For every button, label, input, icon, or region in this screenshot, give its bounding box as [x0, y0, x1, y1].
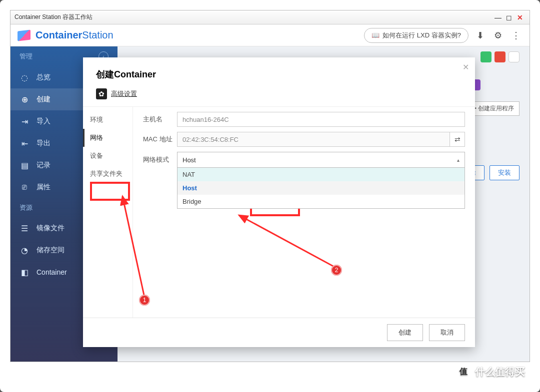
- brand-bold: Container: [36, 29, 82, 40]
- tab-shared-folder[interactable]: 共享文件夹: [83, 165, 132, 183]
- modal-title: 创建Container: [83, 57, 475, 85]
- sliders-icon: ⎚: [20, 182, 30, 192]
- tab-environment[interactable]: 环境: [83, 111, 132, 129]
- sidebar-item-label: 储存空间: [36, 246, 64, 255]
- mac-input[interactable]: [177, 132, 450, 147]
- shuffle-mac-button[interactable]: ⇄: [450, 132, 465, 147]
- export-icon: ⇤: [20, 138, 30, 148]
- option-nat[interactable]: NAT: [178, 168, 464, 181]
- watermark-icon: 值: [456, 364, 471, 379]
- caret-up-icon: ▴: [457, 157, 460, 163]
- sidebar-item-label: Container: [36, 268, 67, 276]
- help-pill[interactable]: 📖 如何在运行 LXD 容器实例?: [364, 28, 468, 43]
- netmode-label: 网络模式: [143, 155, 177, 164]
- titlebar: Container Station 容器工作站 — ◻ ✕: [10, 10, 530, 24]
- create-button[interactable]: 创建: [387, 324, 423, 341]
- mac-label: MAC 地址: [143, 135, 177, 144]
- netmode-value: Host: [182, 156, 196, 164]
- layers-icon: ☰: [20, 223, 30, 233]
- install-button[interactable]: 安装: [490, 165, 520, 180]
- tab-network[interactable]: 网络: [83, 129, 132, 147]
- sidebar-section-label: 管理: [20, 52, 32, 61]
- modal-tabs: 环境 网络 设备 共享文件夹: [83, 107, 133, 318]
- advanced-link[interactable]: 高级设置: [111, 89, 137, 98]
- create-app-label: 创建应用程序: [478, 105, 514, 112]
- plus-circle-icon: ⊕: [20, 94, 30, 104]
- netmode-dropdown: NAT Host Bridge: [177, 167, 465, 209]
- sidebar-item-label: 总览: [36, 73, 50, 82]
- logo-icon: [18, 29, 30, 41]
- gear-box-icon: ✿: [96, 88, 107, 99]
- sidebar-item-label: 记录: [36, 161, 50, 170]
- gear-icon[interactable]: ⚙: [492, 29, 504, 42]
- watermark-label: 什么值得买: [475, 365, 525, 379]
- database-icon: ◔: [20, 245, 30, 255]
- more-icon[interactable]: ⋮: [510, 29, 522, 42]
- sidebar-item-label: 导入: [36, 117, 50, 126]
- modal-close-icon[interactable]: ✕: [462, 62, 469, 72]
- hostname-input[interactable]: [177, 112, 465, 127]
- sidebar-item-label: 镜像文件: [36, 224, 64, 233]
- sidebar-item-label: 属性: [36, 183, 50, 192]
- bg-app-icons: [480, 51, 520, 62]
- sidebar-item-label: 创建: [36, 95, 50, 104]
- hostname-label: 主机名: [143, 115, 177, 124]
- maximize-button[interactable]: ◻: [504, 13, 514, 21]
- sidebar-item-label: 导出: [36, 139, 50, 148]
- download-icon[interactable]: ⬇: [474, 29, 486, 42]
- cube-icon: ◧: [20, 267, 30, 277]
- advanced-settings-row: ✿ 高级设置: [83, 85, 475, 106]
- cancel-button[interactable]: 取消: [429, 324, 465, 341]
- book-icon: 📖: [372, 31, 380, 39]
- annotation-badge-2: 2: [331, 265, 342, 276]
- option-bridge[interactable]: Bridge: [178, 195, 464, 208]
- close-button[interactable]: ✕: [514, 13, 526, 21]
- window-title: Container Station 容器工作站: [14, 13, 92, 21]
- annotation-badge-1: 1: [139, 295, 150, 306]
- calendar-icon: [508, 51, 520, 62]
- watermark: 值 什么值得买: [456, 364, 525, 379]
- app-header: ContainerStation 📖 如何在运行 LXD 容器实例? ⬇ ⚙ ⋮: [10, 24, 530, 46]
- chat-icon: [480, 51, 492, 62]
- brand-label: ContainerStation: [36, 29, 114, 41]
- tab-device[interactable]: 设备: [83, 147, 132, 165]
- dashboard-icon: ◌: [20, 72, 30, 82]
- log-icon: ▤: [20, 160, 30, 170]
- help-pill-label: 如何在运行 LXD 容器实例?: [382, 31, 461, 40]
- option-host[interactable]: Host: [178, 181, 464, 195]
- minimize-button[interactable]: —: [492, 13, 504, 21]
- sidebar-section-label: 资源: [20, 203, 32, 212]
- brand-light: Station: [82, 29, 113, 40]
- mail-icon: [494, 51, 506, 62]
- import-icon: ⇥: [20, 116, 30, 126]
- netmode-select[interactable]: Host ▴: [177, 152, 465, 168]
- network-form: 主机名 MAC 地址 ⇄ 网络模式 Host ▴ NAT Host: [133, 107, 475, 318]
- modal-footer: 创建 取消: [83, 318, 475, 347]
